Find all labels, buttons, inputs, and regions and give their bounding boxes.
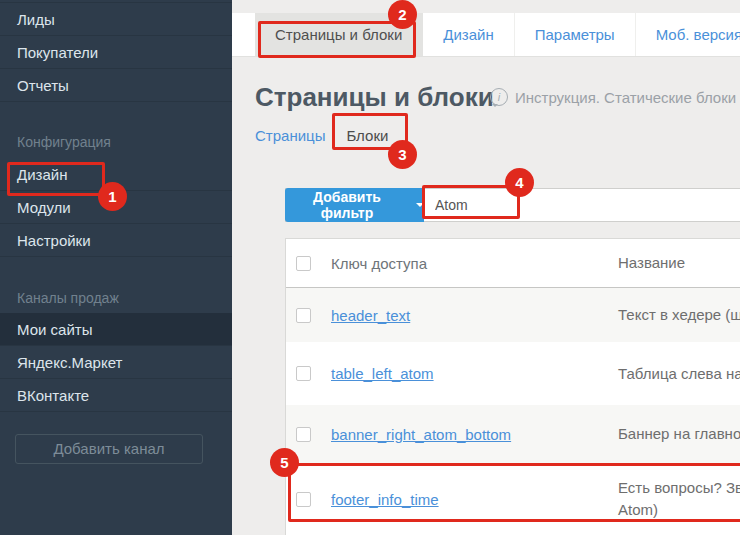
chevron-down-icon — [416, 203, 424, 211]
row-checkbox[interactable] — [296, 492, 311, 507]
block-name: Есть вопросы? Звон Atom) — [618, 477, 740, 521]
tab-parameters[interactable]: Параметры — [515, 13, 636, 56]
column-header-name: Название — [618, 252, 740, 274]
sidebar-item-vkontakte[interactable]: ВКонтакте — [0, 379, 232, 412]
add-channel-button[interactable]: Добавить канал — [15, 434, 203, 464]
sidebar-item-modules[interactable]: Модули — [0, 191, 232, 224]
add-filter-button[interactable]: Добавить фильтр — [285, 188, 424, 222]
table-header-row: Ключ доступа Название — [286, 239, 740, 288]
subtab-blocks[interactable]: Блоки — [346, 127, 388, 144]
sidebar: Лиды Покупатели Отчеты Конфигурация Диза… — [0, 0, 232, 535]
instruction-link[interactable]: i Инструкция. Статические блоки — [490, 88, 736, 106]
select-all-checkbox[interactable] — [296, 256, 311, 271]
block-name: Баннер на главной — [618, 423, 740, 445]
tab-mobile-version[interactable]: Моб. версия — [636, 13, 740, 56]
block-name: Текст в хедере (шаб — [618, 304, 740, 326]
block-key-link[interactable]: header_text — [331, 307, 410, 324]
block-key-link[interactable]: table_left_atom — [331, 365, 434, 382]
row-checkbox[interactable] — [296, 308, 311, 323]
column-header-access-key: Ключ доступа — [331, 255, 618, 272]
info-bubble-icon: i — [490, 88, 508, 106]
blocks-table: Ключ доступа Название header_text Текст … — [285, 238, 740, 535]
instruction-link-label: Инструкция. Статические блоки — [515, 89, 736, 106]
sidebar-section-sales-channels: Каналы продаж — [0, 290, 232, 306]
page-title: Страницы и блоки — [255, 82, 494, 113]
header-tabbar: Страницы и блоки Дизайн Параметры Моб. в… — [232, 13, 740, 57]
tab-design[interactable]: Дизайн — [423, 13, 514, 56]
table-row: table_left_atom Таблица слева на гл — [286, 342, 740, 405]
subtabs: Страницы Блоки — [255, 127, 388, 144]
tab-pages-and-blocks[interactable]: Страницы и блоки — [255, 13, 423, 56]
row-checkbox[interactable] — [296, 366, 311, 381]
filter-bar: Добавить фильтр — [285, 188, 740, 222]
block-key-link[interactable]: banner_right_atom_bottom — [331, 426, 511, 443]
sidebar-section-configuration: Конфигурация — [0, 134, 232, 150]
add-filter-label: Добавить фильтр — [285, 189, 409, 221]
table-row: header_text Текст в хедере (шаб — [286, 288, 740, 342]
filter-search-input[interactable] — [424, 189, 740, 221]
block-key-link[interactable]: footer_info_time — [331, 491, 439, 508]
sidebar-item-customers[interactable]: Покупатели — [0, 36, 232, 69]
row-checkbox[interactable] — [296, 427, 311, 442]
admin-panel-window: Лиды Покупатели Отчеты Конфигурация Диза… — [0, 0, 740, 535]
table-row: banner_right_atom_bottom Баннер на главн… — [286, 405, 740, 463]
table-row: footer_info_time Есть вопросы? Звон Atom… — [286, 463, 740, 535]
sidebar-item-yandex-market[interactable]: Яндекс.Маркет — [0, 346, 232, 379]
main-content: Страницы и блоки Дизайн Параметры Моб. в… — [232, 0, 740, 535]
sidebar-item-reports[interactable]: Отчеты — [0, 69, 232, 102]
subtab-pages[interactable]: Страницы — [255, 127, 325, 144]
sidebar-nav-top: Лиды Покупатели Отчеты — [0, 2, 232, 102]
sidebar-item-design[interactable]: Дизайн — [0, 158, 232, 191]
sidebar-item-leads[interactable]: Лиды — [0, 3, 232, 36]
sidebar-item-my-sites[interactable]: Мои сайты — [0, 313, 232, 346]
block-name: Таблица слева на гл — [618, 363, 740, 385]
sidebar-item-settings[interactable]: Настройки — [0, 224, 232, 257]
